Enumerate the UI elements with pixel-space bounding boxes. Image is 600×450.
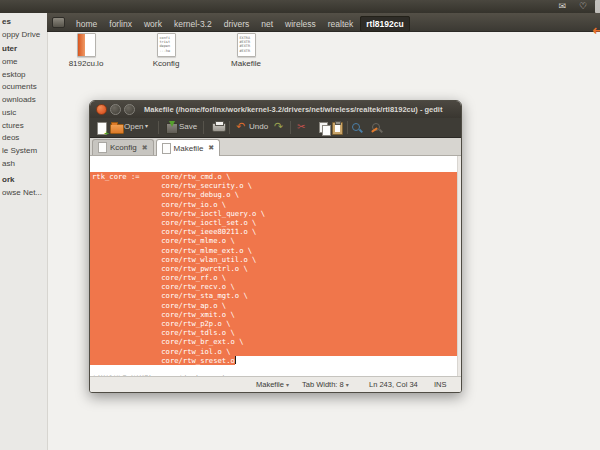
editor-line: core/rtw_tdls.o \ — [90, 328, 461, 337]
breadcrumb: homeforlinxworkkernel-3.2driversnetwirel… — [71, 13, 412, 31]
sidebar-item[interactable]: oppy Drive — [0, 29, 47, 42]
sidebar-item[interactable]: ash — [0, 158, 47, 171]
editor-line: core/rtw_xmit.o \ — [90, 310, 461, 319]
document-icon — [162, 143, 171, 154]
sidebar-item[interactable]: ome — [0, 56, 47, 69]
editor-line: core/rtw_pwrctrl.o \ — [90, 264, 461, 273]
open-folder-icon[interactable] — [110, 124, 124, 134]
breadcrumb-item[interactable]: kernel-3.2 — [169, 17, 217, 31]
editor-line: core/rtw_ap.o \ — [90, 301, 461, 310]
tab-bar: Kconfig ✖ Makefile ✖ — [90, 138, 461, 156]
gedit-toolbar: Open ▾ Save ↶ Undo ↷ ✂ — [90, 118, 461, 138]
language-selector[interactable]: Makefile ▾ — [256, 380, 289, 389]
text-cursor — [235, 356, 237, 364]
document-icon — [98, 142, 107, 153]
file-name: Kconfig — [134, 59, 198, 68]
mail-icon[interactable]: ✉ — [558, 0, 566, 13]
editor-line: rtk_core := core/rtw_cmd.o \ — [90, 172, 461, 181]
editor-line: core/rtw_br_ext.o \ — [90, 337, 461, 346]
file-makefile[interactable]: EXTRA #EXTR #EXTR #EXTR Makefile — [214, 33, 278, 68]
editor-line: core/rtw_ieee80211.o \ — [90, 227, 461, 236]
sidebar-item[interactable]: owse Net... — [0, 187, 47, 200]
breadcrumb-item[interactable]: home — [71, 17, 102, 31]
editor-line: core/rtw_mlme_ext.o \ — [90, 246, 461, 255]
breadcrumb-item[interactable]: work — [139, 17, 167, 31]
copy-icon[interactable] — [319, 122, 328, 133]
file-kconfig[interactable]: confi trist depen ---he Kconfig — [134, 33, 198, 68]
close-button[interactable] — [96, 104, 107, 115]
save-icon[interactable] — [166, 123, 178, 134]
sidebar-item[interactable]: ork — [0, 174, 47, 187]
computer-drive-icon[interactable] — [52, 17, 65, 28]
editor-line: core/rtw_debug.o \ — [90, 190, 461, 199]
breadcrumb-item[interactable]: rtl8192cu — [360, 16, 409, 32]
redo-icon[interactable]: ↷ — [274, 121, 283, 132]
insert-mode-indicator: INS — [434, 380, 447, 389]
scrollbar-trough[interactable] — [457, 156, 461, 376]
file-8192cu-lo[interactable]: 8192cu.lo — [54, 33, 118, 68]
sidebar-item[interactable]: ocuments — [0, 81, 47, 94]
tab-makefile[interactable]: Makefile ✖ — [156, 139, 221, 156]
save-button[interactable]: Save — [179, 122, 197, 131]
sidebar-item[interactable]: uter — [0, 43, 47, 56]
breadcrumb-item[interactable]: wireless — [280, 17, 321, 31]
editor-line: core/rtw_wlan_util.o \ — [90, 255, 461, 264]
sidebar-item[interactable]: es — [0, 16, 47, 29]
location-toolbar: homeforlinxworkkernel-3.2driversnetwirel… — [47, 13, 600, 32]
tab-kconfig[interactable]: Kconfig ✖ — [92, 139, 154, 155]
sidebar-item[interactable]: deos — [0, 132, 47, 145]
file-name: Makefile — [214, 59, 278, 68]
text-file-icon: EXTRA #EXTR #EXTR #EXTR — [237, 33, 256, 57]
sidebar-item[interactable]: usic — [0, 107, 47, 120]
editor-line: core/rtw_io.o \ — [90, 200, 461, 209]
editor-line: core/rtw_ioctl_set.o \ — [90, 218, 461, 227]
editor-line: core/rtw_sta_mgt.o \ — [90, 291, 461, 300]
undo-icon[interactable]: ↶ — [236, 121, 245, 132]
new-document-icon[interactable] — [97, 122, 107, 135]
back-arrow-icon[interactable]: ← — [592, 22, 600, 38]
chevron-down-icon: ▾ — [346, 381, 349, 388]
editor-line — [92, 365, 461, 374]
tab-width-selector[interactable]: Tab Width: 8 ▾ — [302, 380, 349, 389]
breadcrumb-item[interactable]: drivers — [219, 17, 255, 31]
text-file-icon: confi trist depen ---he — [157, 33, 176, 57]
editor-line: core/rtw_recv.o \ — [90, 282, 461, 291]
heart-icon[interactable]: ♡ — [579, 0, 587, 13]
tab-close-icon[interactable]: ✖ — [208, 144, 214, 152]
chevron-down-icon: ▾ — [286, 381, 289, 388]
top-panel: ✉ ♡ — [0, 0, 600, 13]
replace-icon[interactable] — [372, 123, 380, 131]
sidebar-item[interactable]: esktop — [0, 69, 47, 82]
editor-line: core/rtw_mlme.o \ — [90, 236, 461, 245]
editor-line: core/rtw_rf.o \ — [90, 273, 461, 282]
lo-file-icon — [77, 33, 96, 57]
editor-text-area[interactable]: rtk_core := core/rtw_cmd.o \ core/rtw_se… — [90, 156, 461, 376]
open-dropdown-icon[interactable]: ▾ — [145, 122, 148, 129]
breadcrumb-item[interactable]: net — [256, 17, 278, 31]
editor-line: core/rtw_sreset.o — [92, 356, 461, 365]
find-icon[interactable] — [352, 123, 360, 131]
print-icon[interactable] — [212, 123, 226, 132]
window-title: Makefile (/home/forlinx/work/kernel-3.2/… — [144, 105, 442, 114]
breadcrumb-item[interactable]: realtek — [323, 17, 359, 31]
maximize-button[interactable] — [124, 104, 135, 115]
tab-close-icon[interactable]: ✖ — [142, 144, 148, 152]
cropped-indicator-icon[interactable] — [595, 0, 600, 13]
minimize-button[interactable] — [110, 104, 121, 115]
sidebar-item[interactable]: le System — [0, 145, 47, 158]
undo-button[interactable]: Undo — [249, 122, 268, 131]
editor-line: core/rtw_ioctl_query.o \ — [90, 209, 461, 218]
file-name: 8192cu.lo — [54, 59, 118, 68]
gedit-window: Makefile (/home/forlinx/work/kernel-3.2/… — [89, 100, 462, 393]
paste-icon[interactable] — [332, 122, 343, 135]
sidebar-item[interactable]: ownloads — [0, 94, 47, 107]
open-button[interactable]: Open — [124, 122, 144, 131]
sidebar-item[interactable]: ctures — [0, 120, 47, 133]
gedit-titlebar[interactable]: Makefile (/home/forlinx/work/kernel-3.2/… — [90, 101, 461, 118]
status-bar: Makefile ▾ Tab Width: 8 ▾ Ln 243, Col 34… — [90, 376, 461, 392]
editor-line: core/rtw_security.o \ — [90, 181, 461, 190]
breadcrumb-item[interactable]: forlinx — [104, 17, 137, 31]
places-sidebar: esoppy Driveuteromeesktopocumentsownload… — [0, 13, 48, 450]
cursor-position: Ln 243, Col 34 — [369, 380, 418, 389]
cut-icon[interactable]: ✂ — [297, 121, 305, 132]
